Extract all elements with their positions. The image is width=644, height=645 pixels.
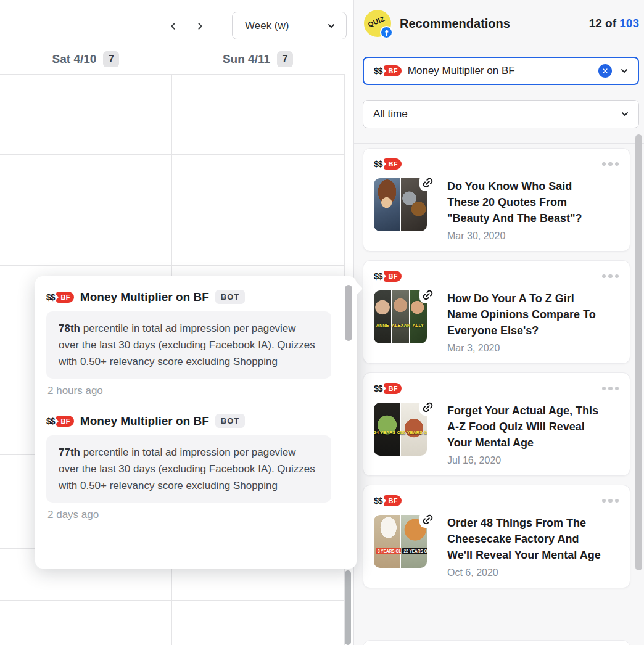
day-count-badge: 7: [103, 51, 119, 67]
grid-line: [0, 74, 344, 75]
buzzfeed-icon: BF: [384, 158, 402, 170]
time-range-dropdown[interactable]: All time: [363, 100, 639, 128]
day-label: Sun 4/11: [223, 52, 270, 66]
popover-scrollbar[interactable]: [345, 285, 352, 341]
day-count-badge: 7: [277, 51, 293, 67]
thumbnail-pane: ANNE: [374, 290, 392, 343]
card-date: Oct 6, 2020: [447, 567, 620, 578]
page-title: Recommendations: [400, 17, 589, 31]
card-text: Order 48 Things From The Cheesecake Fact…: [427, 515, 620, 578]
clear-filter-button[interactable]: [598, 64, 612, 78]
recommendation-card[interactable]: [363, 640, 630, 645]
card-body: ANNE ALEXANDRIA ALLY How Do Your A To Z …: [374, 290, 620, 354]
card-title: Do You Know Who Said These 20 Quotes Fro…: [447, 178, 603, 226]
bot-message: $$ BF Money Multiplier on BF BOT 77th pe…: [46, 414, 345, 521]
thumbnail-pane: ALEXANDRIA: [392, 290, 410, 343]
message-body: percentile in total ad impression per pa…: [59, 446, 315, 491]
bot-messages-popover: $$ BF Money Multiplier on BF BOT 78th pe…: [35, 276, 357, 569]
copy-link-button[interactable]: [419, 287, 436, 303]
sender-name: Money Multiplier on BF: [80, 414, 209, 428]
dollars-icon: $$: [374, 271, 382, 281]
money-multiplier-badge: $$ BF: [46, 416, 74, 427]
recommendation-card[interactable]: $$ BF 24 YEARS OLD 80 YEARS OLD: [363, 372, 630, 476]
dollars-icon: $$: [374, 496, 382, 506]
card-menu-button[interactable]: [601, 272, 621, 281]
quiz-avatar: QUIZ f: [364, 10, 391, 37]
message-sender-row: $$ BF Money Multiplier on BF BOT: [46, 414, 345, 428]
dollars-icon: $$: [374, 384, 382, 393]
view-selector-dropdown[interactable]: Week (w): [232, 12, 347, 39]
grid-line: [0, 600, 344, 601]
link-icon: [422, 401, 434, 413]
link-icon: [422, 289, 434, 301]
buzzfeed-icon: BF: [384, 383, 402, 394]
copy-link-button[interactable]: [419, 399, 436, 416]
money-multiplier-badge: $$ BF: [374, 271, 601, 282]
results-count-total[interactable]: 103: [619, 17, 639, 30]
thumbnail-label: 80 YEARS OLD: [401, 430, 427, 435]
message-highlight: 78th: [59, 322, 80, 334]
facebook-icon: f: [380, 26, 393, 39]
card-date: Mar 3, 2020: [447, 343, 620, 354]
card-menu-button[interactable]: [601, 496, 621, 506]
sender-name: Money Multiplier on BF: [80, 290, 209, 304]
money-multiplier-badge: $$ BF: [46, 292, 74, 303]
bot-message: $$ BF Money Multiplier on BF BOT 78th pe…: [46, 290, 345, 397]
card-body: 24 YEARS OLD 80 YEARS OLD Forget Your Ac…: [374, 403, 620, 466]
next-week-button[interactable]: [191, 17, 208, 35]
publisher-filter-dropdown[interactable]: $$ BF Money Multiplier on BF: [363, 57, 639, 85]
day-label: Sat 4/10: [52, 52, 97, 66]
previous-week-button[interactable]: [164, 17, 181, 35]
message-timestamp: 2 days ago: [47, 509, 345, 521]
card-text: Forget Your Actual Age, This A-Z Food Qu…: [427, 403, 620, 466]
card-top-row: $$ BF: [374, 269, 620, 284]
recommendation-card[interactable]: $$ BF ANNE ALEXANDRIA ALLY: [363, 260, 630, 364]
money-multiplier-badge: $$ BF: [374, 158, 601, 170]
money-multiplier-badge: $$ BF: [374, 65, 402, 76]
buzzfeed-icon: BF: [384, 271, 402, 282]
grid-line: [0, 154, 344, 155]
message-timestamp: 2 hours ago: [47, 385, 345, 397]
time-range-value: All time: [373, 108, 620, 120]
results-count-shown: 12 of: [589, 17, 620, 30]
thumbnail-wrap: 8 YEARS OLD 22 YEARS OLD: [374, 515, 427, 568]
panel-scrollbar[interactable]: [635, 134, 642, 570]
chevron-right-icon: [195, 21, 205, 31]
view-selector-value: Week (w): [245, 20, 326, 32]
card-text: Do You Know Who Said These 20 Quotes Fro…: [427, 178, 620, 242]
card-title: Order 48 Things From The Cheesecake Fact…: [447, 515, 603, 563]
buzzfeed-icon: BF: [56, 416, 74, 427]
chevron-down-icon: [326, 21, 336, 31]
recommendation-card[interactable]: $$ BF 8 YEARS OLD 22 YEARS OLD: [363, 485, 630, 588]
money-multiplier-badge: $$ BF: [374, 383, 601, 394]
chevron-down-icon: [620, 109, 630, 119]
thumbnail-label: ALLY: [410, 323, 427, 327]
thumbnail-wrap: [374, 178, 427, 231]
thumbnail-label: ANNE: [374, 323, 391, 327]
calendar-scrollbar[interactable]: [345, 570, 351, 645]
thumbnail-pane: [374, 178, 401, 231]
card-text: How Do Your A To Z Girl Name Opinions Co…: [427, 290, 620, 354]
buzzfeed-icon: BF: [56, 292, 74, 303]
card-body: Do You Know Who Said These 20 Quotes Fro…: [374, 178, 620, 242]
results-count: 12 of 103: [589, 17, 639, 30]
thumbnail-pane: 8 YEARS OLD: [374, 515, 401, 568]
thumbnail-wrap: 24 YEARS OLD 80 YEARS OLD: [374, 403, 427, 456]
thumbnail-wrap: ANNE ALEXANDRIA ALLY: [374, 290, 427, 343]
chevron-down-icon: [619, 66, 629, 76]
grid-line: [0, 265, 344, 266]
card-top-row: $$ BF: [374, 157, 620, 171]
message-highlight: 77th: [59, 446, 80, 458]
card-title: How Do Your A To Z Girl Name Opinions Co…: [447, 290, 603, 339]
buzzfeed-icon: BF: [384, 495, 402, 506]
copy-link-button[interactable]: [419, 511, 436, 528]
card-menu-button[interactable]: [601, 160, 621, 169]
dollars-icon: $$: [374, 159, 382, 169]
recommendations-panel: QUIZ f Recommendations 12 of 103 $$ BF M…: [354, 0, 644, 645]
recommendation-card[interactable]: $$ BF: [363, 148, 630, 252]
bot-badge: BOT: [215, 414, 245, 428]
close-icon: [602, 68, 608, 74]
card-menu-button[interactable]: [601, 384, 621, 393]
message-bubble: 78th percentile in total ad impression p…: [46, 311, 331, 379]
copy-link-button[interactable]: [419, 175, 436, 191]
